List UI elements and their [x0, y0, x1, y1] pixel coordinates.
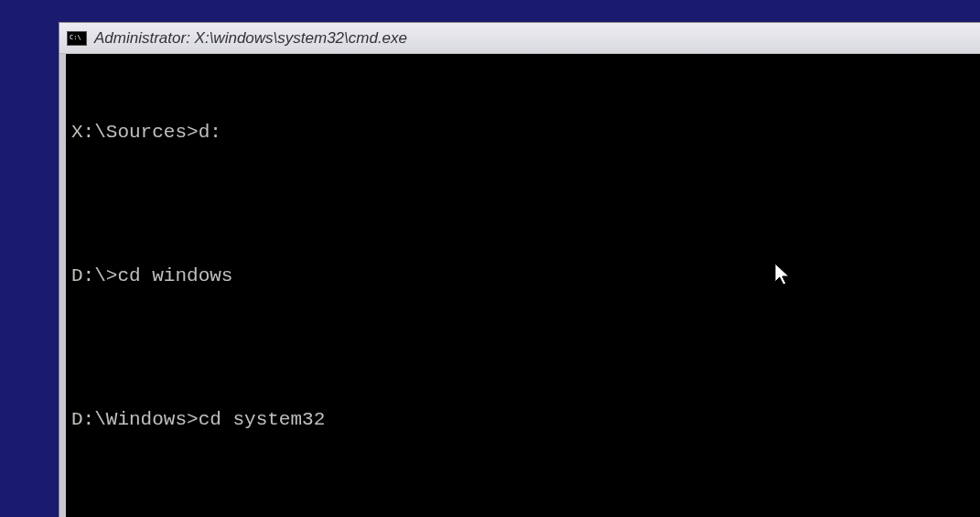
scrollbar[interactable]: [59, 54, 66, 517]
prompt: X:\Sources>: [71, 122, 199, 143]
command-text: cd windows: [117, 265, 232, 286]
titlebar[interactable]: Administrator: X:\windows\system32\cmd.e…: [59, 23, 980, 54]
cmd-window: Administrator: X:\windows\system32\cmd.e…: [59, 22, 980, 517]
command-text: cd system32: [199, 409, 326, 430]
terminal-content: X:\Sources>d: D:\>cd windows D:\Windows>…: [71, 72, 975, 517]
prompt: D:\>: [71, 265, 117, 286]
window-title: Administrator: X:\windows\system32\cmd.e…: [94, 29, 407, 48]
terminal[interactable]: X:\Sources>d: D:\>cd windows D:\Windows>…: [66, 54, 980, 517]
prompt: D:\Windows>: [71, 409, 199, 430]
cmd-icon: [67, 31, 87, 46]
command-text: d:: [199, 122, 221, 143]
